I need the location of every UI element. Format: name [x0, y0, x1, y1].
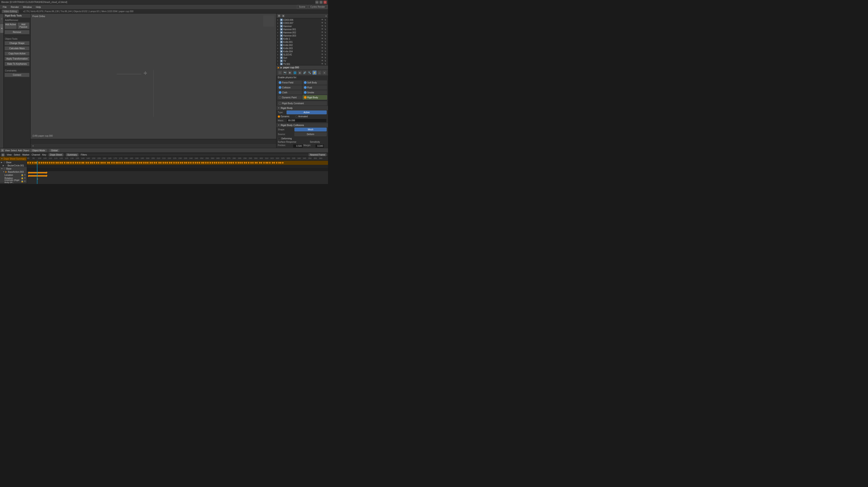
outliner-icon-1[interactable]: ⊞ — [277, 14, 281, 18]
close-button[interactable]: × — [323, 1, 327, 4]
outliner-item-restrict[interactable]: 🖱 — [324, 44, 327, 46]
object-mode-selector[interactable]: Object Mode — [30, 149, 47, 152]
prop-icon-scene[interactable]: ⬡ — [278, 70, 282, 75]
dopesheet-view-menu[interactable]: View — [7, 153, 12, 156]
outliner-item-visibility[interactable]: 👁 — [321, 31, 324, 34]
prop-icon-world[interactable]: 🌐 — [292, 70, 297, 75]
add-passive-button[interactable]: Add Passive — [17, 22, 30, 29]
outliner-item-visibility[interactable]: 👁 — [321, 40, 324, 43]
outliner-item[interactable]: ▸ ▣ TV 👁 🖱 — [276, 59, 328, 62]
outliner-item-restrict[interactable]: 🖱 — [324, 19, 327, 21]
dopesheet-summary-btn[interactable]: Summary — [66, 153, 79, 156]
outliner-item-visibility[interactable]: 👁 — [321, 22, 324, 24]
rigid-body-btn[interactable]: Rigid Body — [303, 95, 327, 99]
source-value[interactable]: Deform — [294, 132, 327, 136]
maximize-button[interactable]: □ — [319, 1, 322, 4]
cloth-btn[interactable]: Cloth — [277, 90, 302, 95]
outliner-item-visibility[interactable]: 👁 — [321, 47, 324, 50]
smoke-btn[interactable]: Smoke — [303, 90, 327, 95]
outliner-item[interactable]: ▸ ▣ Hammer.003 👁 🖱 — [276, 34, 328, 37]
dopesheet-filters-menu[interactable]: Filters — [81, 153, 87, 156]
video-editing-tab[interactable]: Video Editing — [2, 10, 19, 13]
viewport-toggle-btn[interactable]: ⊞ — [1, 149, 4, 152]
outliner-item-visibility[interactable]: 👁 — [321, 28, 324, 31]
dopesheet-marker-menu[interactable]: Marker — [22, 153, 29, 156]
dopesheet-mode-selector[interactable]: Dope Sheet — [49, 153, 64, 156]
tab-physics[interactable]: P — [0, 24, 3, 33]
outliner-item-restrict[interactable]: 🖱 — [324, 60, 327, 62]
outliner-item-restrict[interactable]: 🖱 — [324, 47, 327, 49]
prop-icon-modifiers[interactable]: 🔧 — [307, 70, 312, 75]
apply-transformation-button[interactable]: Apply Transformation — [4, 57, 30, 61]
prop-icon-data[interactable]: △ — [317, 70, 322, 75]
outliner-item-restrict[interactable]: 🖱 — [324, 38, 327, 40]
soft-body-btn[interactable]: Soft Body — [303, 80, 327, 85]
prop-icon-layers[interactable]: ⬢ — [288, 70, 292, 75]
outliner-item-visibility[interactable]: 👁 — [321, 59, 324, 62]
rigid-body-section-header[interactable]: ▼ Rigid Body — [276, 106, 328, 110]
outliner-item-restrict[interactable]: 🖱 — [324, 50, 327, 53]
shape-value[interactable]: Mesh — [294, 127, 327, 132]
outliner-item-visibility[interactable]: 👁 — [321, 50, 324, 53]
dynamic-toggle[interactable]: Dynamic — [278, 115, 289, 118]
margin-value[interactable]: 0.040 — [315, 144, 324, 148]
outliner-item-restrict[interactable]: 🖱 — [324, 22, 327, 24]
tab-grease-pencil[interactable]: G — [0, 15, 3, 24]
viewport-3d[interactable]: Front Ortho (149) paper cup.000 // Will … — [31, 13, 276, 148]
dopesheet-key-menu[interactable]: Key — [42, 153, 46, 156]
outliner-item-visibility[interactable]: 👁 — [321, 34, 324, 37]
view-menu[interactable]: View — [5, 149, 10, 152]
prop-icon-physics[interactable]: ⚡ — [312, 70, 317, 75]
animated-toggle[interactable]: Animated — [295, 115, 308, 118]
calculate-mass-button[interactable]: Calculate Mass — [4, 46, 30, 51]
dopesheet-timeline[interactable]: 9095100105110115120125130135140145150155… — [27, 157, 328, 184]
collision-btn[interactable]: Collision — [277, 85, 302, 90]
outliner-item-visibility[interactable]: 👁 — [321, 25, 324, 28]
dopesheet-toggle-btn[interactable]: ⊞ — [1, 153, 4, 156]
outliner-item[interactable]: ▸ ▣ Knife 1 👁 🖱 — [276, 37, 328, 40]
nearest-frame-btn[interactable]: Nearest Frame — [308, 153, 327, 156]
active-object-name[interactable]: paper cup.000 — [283, 66, 299, 69]
global-selector[interactable]: Global — [49, 149, 60, 152]
outliner-item[interactable]: ▸ ▣ TV.001 👁 🖱 — [276, 62, 328, 65]
minimize-button[interactable]: — — [315, 1, 318, 4]
outliner-item-restrict[interactable]: 🖱 — [324, 57, 327, 59]
mass-value[interactable]: 89.098 — [286, 119, 327, 122]
prop-icon-material[interactable]: ● — [322, 70, 327, 75]
outliner-item[interactable]: ▸ ▣ CD03.006 👁 🖱 — [276, 18, 328, 22]
prop-icon-object[interactable]: ▣ — [298, 70, 302, 75]
type-value[interactable]: Active — [286, 111, 327, 114]
outliner-item[interactable]: ▸ ▣ Sun 👁 🖱 — [276, 56, 328, 59]
scene-selector[interactable]: Scene — [297, 5, 307, 9]
dopesheet-channel-menu[interactable]: Channel — [32, 153, 40, 156]
outliner-item-restrict[interactable]: 🖱 — [324, 34, 327, 37]
add-active-button[interactable]: Add Active — [4, 22, 17, 29]
outliner-item[interactable]: ▸ ▣ Hammer.001 👁 🖱 — [276, 28, 328, 31]
outliner-item-visibility[interactable]: 👁 — [321, 53, 324, 56]
outliner-item-restrict[interactable]: 🖱 — [324, 28, 327, 30]
menu-window[interactable]: Window — [21, 5, 34, 9]
menu-file[interactable]: File — [1, 5, 8, 9]
outliner-item[interactable]: ▸ ▣ CD03.007 👁 🖱 — [276, 22, 328, 25]
menu-render[interactable]: Render — [9, 5, 21, 9]
render-engine-selector[interactable]: Cycles Render — [308, 5, 327, 9]
outliner-item-visibility[interactable]: 👁 — [321, 44, 324, 47]
outliner-item-restrict[interactable]: 🖱 — [324, 53, 327, 56]
outliner-item[interactable]: ▸ ▣ Knife.002 👁 🖱 — [276, 44, 328, 47]
outliner-item-visibility[interactable]: 👁 — [321, 56, 324, 59]
force-field-btn[interactable]: Force Field — [277, 80, 302, 85]
change-shape-button[interactable]: Change Shape — [4, 41, 30, 45]
menu-help[interactable]: Help — [34, 5, 43, 9]
add-menu[interactable]: Add — [18, 149, 22, 152]
deforming-checkbox[interactable] — [278, 137, 280, 140]
outliner-item-visibility[interactable]: 👁 — [321, 19, 324, 21]
outliner-item-restrict[interactable]: 🖱 — [324, 41, 327, 43]
remove-button[interactable]: Remove — [4, 30, 30, 34]
outliner-item-restrict[interactable]: 🖱 — [324, 31, 327, 34]
outliner-item[interactable]: ▸ ▣ SLEEVE 👁 🖱 — [276, 53, 328, 56]
prop-icon-render[interactable]: 📷 — [283, 70, 287, 75]
outliner-item[interactable]: ▸ ▣ Knife.004 👁 🖱 — [276, 50, 328, 53]
outliner-item-visibility[interactable]: 👁 — [321, 63, 324, 65]
outliner-item[interactable]: ▸ ▣ Knife.001 👁 🖱 — [276, 40, 328, 44]
outliner-item[interactable]: ▸ ▣ Hammer.002 👁 🖱 — [276, 31, 328, 34]
